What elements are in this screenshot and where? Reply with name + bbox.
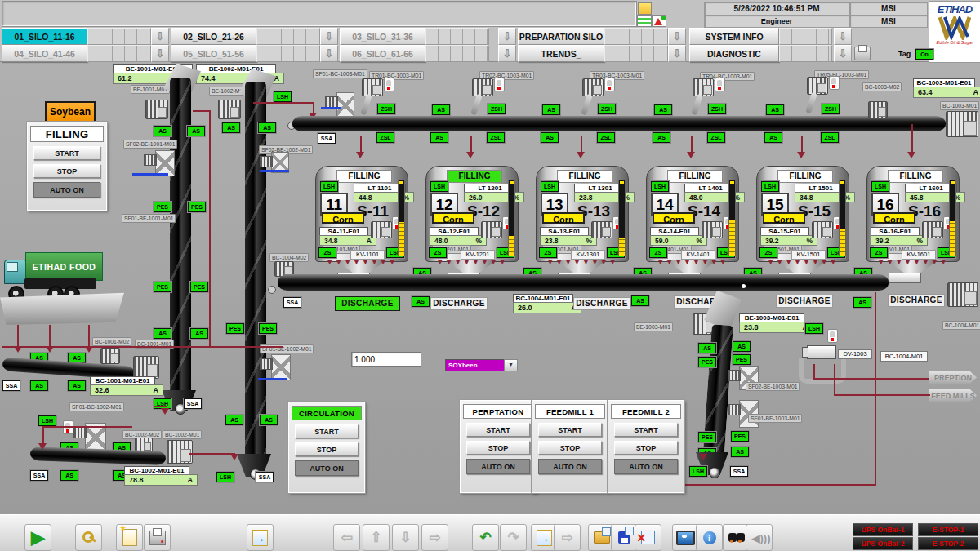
print-report-button[interactable] bbox=[144, 524, 171, 551]
as-indicator: AS bbox=[853, 297, 871, 308]
run-button[interactable]: ▶ bbox=[24, 524, 51, 551]
tag-on-indicator[interactable]: On bbox=[915, 49, 933, 60]
silo-s15[interactable]: FILLING LSH 15 LT-1501 34.8% S-15 Corn S… bbox=[756, 166, 849, 262]
flow-arrow bbox=[356, 152, 364, 158]
tab-silo-61-66[interactable]: 06_SILO_61-66 bbox=[340, 45, 425, 62]
circulation-auto-on-button[interactable]: AUTO ON bbox=[295, 460, 359, 476]
tab-trends[interactable]: TRENDS_ bbox=[518, 45, 604, 62]
redo-button[interactable]: ↷ bbox=[500, 524, 527, 551]
tab-silo-31-36[interactable]: 03_SILO_31-36 bbox=[340, 28, 425, 45]
notes-icon[interactable] bbox=[638, 2, 652, 15]
tab-silo-21-26[interactable]: 02_SILO_21-26 bbox=[171, 28, 256, 45]
nav-down-arrow-button[interactable] bbox=[498, 45, 516, 62]
filling-panel-title: FILLING bbox=[30, 126, 104, 142]
audio-mute-button[interactable]: ◀))) bbox=[746, 524, 773, 551]
feed-mills-destination-arrow[interactable]: FEED MILLS bbox=[929, 389, 977, 402]
silo-material-button[interactable]: Corn bbox=[322, 212, 364, 224]
setpoint-input[interactable] bbox=[351, 352, 421, 367]
feedmill1-start-button[interactable]: START bbox=[538, 423, 603, 437]
print-icon[interactable] bbox=[854, 47, 871, 60]
screen-select-button[interactable] bbox=[247, 524, 274, 551]
material-select[interactable]: SOYbeen bbox=[445, 359, 509, 371]
e-stop-2-button[interactable]: E-STOP-2 bbox=[918, 537, 978, 550]
circulation-stop-button[interactable]: STOP bbox=[295, 442, 359, 456]
ups-onbat-1-button[interactable]: UPS OnBat-1 bbox=[853, 523, 913, 536]
alarm-warning-icon[interactable] bbox=[652, 15, 666, 27]
silo-s11[interactable]: FILLING LSH 11 LT-1101 44.8% S-11 Corn S… bbox=[315, 166, 408, 262]
nav-forward-button[interactable]: ⇨ bbox=[421, 524, 448, 551]
nav-down-button[interactable]: ⇩ bbox=[392, 524, 419, 551]
material-soybean-button[interactable]: Soybean bbox=[45, 101, 96, 122]
manual-mode-hand-icon[interactable] bbox=[827, 329, 838, 343]
zsh-indicator: ZSH bbox=[598, 104, 616, 114]
silo-s14[interactable]: FILLING LSH 14 LT-1401 48.0% S-14 Corn S… bbox=[646, 166, 739, 262]
filling-auto-on-button[interactable]: AUTO ON bbox=[33, 182, 101, 198]
feedmill2-auto-on-button[interactable]: AUTO ON bbox=[614, 459, 679, 474]
e-stop-1-button[interactable]: E-STOP-1 bbox=[918, 523, 978, 536]
manual-mode-hand-icon[interactable] bbox=[604, 78, 615, 91]
nav-back-button[interactable]: ⇦ bbox=[333, 524, 360, 551]
silo-material-button[interactable]: Corn bbox=[653, 212, 695, 224]
alarm-ack-icon[interactable] bbox=[637, 15, 652, 27]
nav-down-arrow-button[interactable] bbox=[668, 45, 686, 62]
info-icon: i bbox=[703, 531, 716, 544]
tab-diagnostic[interactable]: DIAGNOSTIC bbox=[689, 45, 779, 62]
delete-button[interactable] bbox=[635, 524, 662, 551]
tab-preparation-silo[interactable]: PREPARATION SILO bbox=[518, 28, 604, 45]
feedmill2-stop-button[interactable]: STOP bbox=[614, 441, 679, 455]
tab-silo-41-46[interactable]: 04_SILO_41-46 bbox=[2, 45, 87, 62]
bc1003-belt[interactable] bbox=[292, 116, 946, 131]
tab-system-info[interactable]: SYSTEM INFO bbox=[689, 28, 779, 45]
new-window-button[interactable] bbox=[116, 524, 143, 551]
silo-s12[interactable]: FILLING LSH 12 LT-1201 26.0% S-12 Corn S… bbox=[425, 166, 519, 262]
silo-material-button[interactable]: Corn bbox=[873, 212, 915, 224]
silo-material-button[interactable]: Corn bbox=[542, 212, 585, 224]
value: 26.0 bbox=[518, 304, 532, 312]
silo-s16[interactable]: FILLING LSH 16 LT-1601 45.8% S-16 Corn S… bbox=[866, 166, 960, 262]
nav-down-arrow-button[interactable] bbox=[320, 45, 338, 62]
manual-mode-hand-icon[interactable] bbox=[829, 76, 840, 90]
perptation-auto-on-button[interactable]: AUTO ON bbox=[466, 459, 531, 474]
feedmill1-stop-button[interactable]: STOP bbox=[538, 441, 603, 455]
tab-silo-11-16[interactable]: 01_SILO_11-16 bbox=[2, 28, 87, 45]
nav-down-arrow-button[interactable] bbox=[151, 45, 169, 62]
silo-s13[interactable]: FILLING LSH 13 LT-1301 23.8% S-13 Corn S… bbox=[536, 166, 629, 262]
nav-down-arrow-button[interactable] bbox=[151, 28, 169, 45]
filling-start-button[interactable]: START bbox=[33, 146, 101, 160]
be1002-screw-feeder2-icon bbox=[271, 354, 291, 380]
bc1004-belt[interactable] bbox=[278, 274, 889, 291]
manual-mode-hand-icon[interactable] bbox=[715, 78, 725, 91]
be1003-motor-label: BE-1003-M01 bbox=[634, 322, 673, 331]
material-select-dropdown-button[interactable]: ▾ bbox=[504, 359, 518, 371]
level-gauge bbox=[618, 180, 626, 256]
bc1002-drive-value: 78.8A bbox=[124, 474, 198, 486]
filling-stop-button[interactable]: STOP bbox=[33, 164, 101, 178]
undo-button[interactable]: ↶ bbox=[472, 524, 499, 551]
nav-down-arrow-button[interactable] bbox=[834, 45, 852, 62]
alarm-message-box[interactable] bbox=[2, 1, 637, 27]
silo-material-button[interactable]: Corn bbox=[432, 212, 474, 224]
screen-exit-button[interactable]: ⇨ bbox=[554, 524, 581, 551]
manual-mode-hand-icon[interactable] bbox=[384, 78, 394, 91]
nav-down-arrow-button[interactable] bbox=[498, 28, 516, 45]
preption-destination-arrow[interactable]: PREPTION bbox=[929, 371, 977, 384]
be1002-elevator[interactable] bbox=[245, 82, 266, 463]
nav-down-arrow-button[interactable] bbox=[834, 28, 852, 45]
as-indicator: AS bbox=[60, 470, 78, 481]
feedmill2-start-button[interactable]: START bbox=[614, 423, 679, 437]
login-key-button[interactable] bbox=[75, 524, 102, 551]
feedmill1-auto-on-button[interactable]: AUTO ON bbox=[538, 459, 603, 474]
nav-down-arrow-button[interactable] bbox=[668, 28, 686, 45]
ups-onbat-2-button[interactable]: UPS OnBat-2 bbox=[853, 537, 913, 550]
flow-arrow bbox=[699, 454, 707, 460]
manual-mode-hand-icon[interactable] bbox=[494, 78, 505, 91]
as-indicator: AS bbox=[631, 295, 649, 306]
perptation-stop-button[interactable]: STOP bbox=[466, 441, 531, 455]
tab-silo-51-56[interactable]: 05_SILO_51-56 bbox=[171, 45, 256, 62]
perptation-start-button[interactable]: START bbox=[466, 423, 531, 437]
info-button[interactable]: i bbox=[696, 524, 723, 551]
circulation-start-button[interactable]: START bbox=[295, 424, 359, 438]
nav-down-arrow-button[interactable] bbox=[320, 28, 338, 45]
silo-material-button[interactable]: Corn bbox=[763, 212, 805, 224]
nav-up-button[interactable]: ⇧ bbox=[363, 524, 390, 551]
